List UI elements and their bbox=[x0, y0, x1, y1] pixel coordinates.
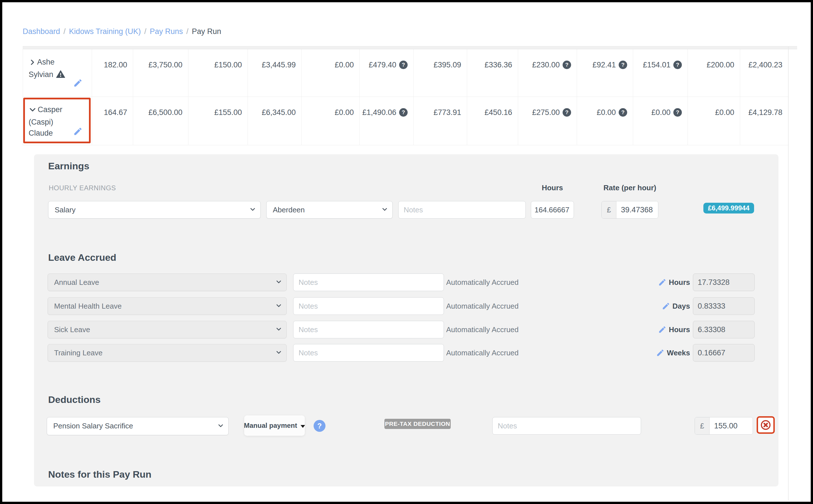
employee-name-cell[interactable]: AsheSylvian bbox=[23, 49, 92, 97]
help-icon[interactable]: ? bbox=[673, 61, 682, 69]
chevron-down-icon[interactable] bbox=[29, 106, 37, 117]
amount-cell: £773.91 bbox=[414, 97, 467, 145]
deduction-notes-input[interactable] bbox=[492, 417, 641, 435]
annotation-highlight-box bbox=[757, 416, 775, 434]
help-icon[interactable]: ? bbox=[619, 108, 627, 117]
amount-value: £1,490.06 bbox=[362, 108, 396, 117]
edit-pencil-icon[interactable] bbox=[656, 346, 665, 363]
amount-cell: £0.00 bbox=[302, 97, 360, 145]
help-icon[interactable]: ? bbox=[399, 61, 408, 69]
employee-detail-card: Earnings HOURLY EARNINGS Hours Rate (per… bbox=[34, 154, 778, 486]
deductions-title: Deductions bbox=[48, 394, 101, 405]
leave-row: Annual LeaveAutomatically AccruedHours bbox=[34, 274, 778, 291]
breadcrumb-separator: / bbox=[144, 27, 146, 36]
amount-cell: £450.16 bbox=[467, 97, 518, 145]
unit-text: Days bbox=[673, 302, 690, 310]
edit-pencil-icon[interactable] bbox=[658, 275, 667, 293]
rate-input[interactable] bbox=[616, 201, 658, 218]
leave-unit-label: Days bbox=[623, 297, 690, 317]
help-icon[interactable]: ? bbox=[563, 108, 571, 117]
leave-type-select: Annual Leave bbox=[48, 274, 287, 291]
leave-value-input bbox=[693, 274, 755, 291]
help-icon[interactable]: ? bbox=[313, 420, 325, 432]
edit-pencil-icon[interactable] bbox=[73, 127, 83, 139]
amount-cell: £155.00 bbox=[188, 97, 248, 145]
chevron-down-icon bbox=[275, 349, 282, 357]
employee-name-text: Casper bbox=[38, 105, 62, 114]
leave-value-input bbox=[693, 321, 755, 338]
amount-value: £479.40 bbox=[368, 61, 396, 69]
leave-row: Sick LeaveAutomatically AccruedHours bbox=[34, 321, 778, 338]
edit-pencil-icon[interactable] bbox=[73, 78, 83, 91]
help-icon[interactable]: ? bbox=[399, 108, 408, 117]
leave-notes-input[interactable] bbox=[293, 344, 444, 362]
warning-icon[interactable] bbox=[56, 70, 65, 82]
earnings-total-badge: £6,499.99944 bbox=[703, 203, 754, 213]
help-icon[interactable]: ? bbox=[563, 61, 571, 69]
breadcrumb-pay-runs[interactable]: Pay Runs bbox=[150, 27, 183, 36]
amount-value: £3,750.00 bbox=[148, 61, 182, 69]
earning-type-value: Salary bbox=[55, 201, 76, 218]
location-value: Aberdeen bbox=[273, 201, 305, 218]
amount-value: £4,129.78 bbox=[748, 108, 782, 117]
amount-cell: £0.00 bbox=[302, 49, 360, 97]
amount-cell: £1,490.06? bbox=[360, 97, 414, 145]
chevron-down-icon bbox=[249, 206, 256, 214]
amount-cell: £6,500.00 bbox=[133, 97, 188, 145]
leave-notes-input[interactable] bbox=[293, 297, 444, 315]
employee-row: AsheSylvian182.00£3,750.00£150.00£3,445.… bbox=[23, 49, 788, 97]
pay-run-notes-title: Notes for this Pay Run bbox=[48, 469, 151, 480]
leave-notes-input[interactable] bbox=[293, 274, 444, 291]
leave-notes-input[interactable] bbox=[293, 321, 444, 338]
location-select[interactable]: Aberdeen bbox=[266, 201, 392, 219]
employee-name-line: Ashe bbox=[29, 57, 88, 69]
amount-value: £395.09 bbox=[434, 61, 461, 69]
delete-deduction-icon[interactable] bbox=[760, 419, 772, 431]
edit-pencil-icon[interactable] bbox=[658, 323, 667, 340]
leave-value-input bbox=[693, 297, 755, 315]
deduction-amount-input[interactable] bbox=[710, 417, 753, 434]
amount-cell: £3,445.99 bbox=[248, 49, 302, 97]
leave-type-select: Sick Leave bbox=[48, 321, 287, 338]
edit-pencil-icon[interactable] bbox=[662, 299, 670, 317]
chevron-down-icon bbox=[275, 325, 282, 334]
leave-status-text: Automatically Accrued bbox=[446, 321, 519, 338]
leave-type-value: Sick Leave bbox=[54, 321, 90, 338]
amount-value: £2,400.23 bbox=[748, 61, 782, 69]
amount-cell: £200.00 bbox=[688, 49, 740, 97]
amount-value: £150.00 bbox=[214, 61, 242, 69]
earning-type-select[interactable]: Salary bbox=[48, 201, 261, 219]
leave-type-select: Mental Health Leave bbox=[48, 297, 287, 315]
breadcrumb-dashboard[interactable]: Dashboard bbox=[23, 27, 60, 36]
earnings-notes-input[interactable] bbox=[398, 201, 526, 219]
employee-name-text: Claude bbox=[29, 129, 53, 137]
amount-cell: £479.40? bbox=[360, 49, 414, 97]
amount-value: £200.00 bbox=[707, 61, 734, 69]
breadcrumb-pay-run: Pay Run bbox=[192, 27, 221, 36]
breadcrumb-kidows-training-uk-[interactable]: Kidows Training (UK) bbox=[69, 27, 141, 36]
employee-row: Casper(Caspi)Claude164.67£6,500.00£155.0… bbox=[23, 97, 788, 145]
employee-name-cell[interactable]: Casper(Caspi)Claude bbox=[23, 97, 92, 145]
chevron-down-icon bbox=[275, 302, 282, 310]
amount-value: £450.16 bbox=[485, 108, 512, 117]
amount-value: £0.00 bbox=[651, 108, 671, 117]
amount-cell: £150.00 bbox=[188, 49, 248, 97]
payment-method-dropdown[interactable]: Manual payment bbox=[244, 415, 305, 436]
amount-value: 182.00 bbox=[104, 61, 127, 69]
employee-name-line: (Caspi) bbox=[29, 117, 88, 128]
leave-row: Mental Health LeaveAutomatically Accrued… bbox=[34, 297, 778, 315]
amount-value: £0.00 bbox=[334, 61, 354, 69]
deduction-type-value: Pension Salary Sacrifice bbox=[53, 417, 133, 434]
leave-value-input bbox=[693, 344, 755, 362]
earnings-hours-input[interactable] bbox=[531, 201, 574, 219]
leave-status-text: Automatically Accrued bbox=[446, 297, 519, 315]
help-icon[interactable]: ? bbox=[673, 108, 682, 117]
deduction-type-select[interactable]: Pension Salary Sacrifice bbox=[47, 417, 229, 435]
help-icon[interactable]: ? bbox=[619, 61, 627, 69]
currency-symbol: £ bbox=[602, 201, 616, 218]
content-right-divider bbox=[788, 46, 789, 501]
chevron-right-icon[interactable] bbox=[29, 58, 36, 69]
amount-cell: £0.00? bbox=[577, 97, 633, 145]
leave-type-select: Training Leave bbox=[48, 344, 287, 362]
amount-value: £0.00 bbox=[715, 108, 734, 117]
